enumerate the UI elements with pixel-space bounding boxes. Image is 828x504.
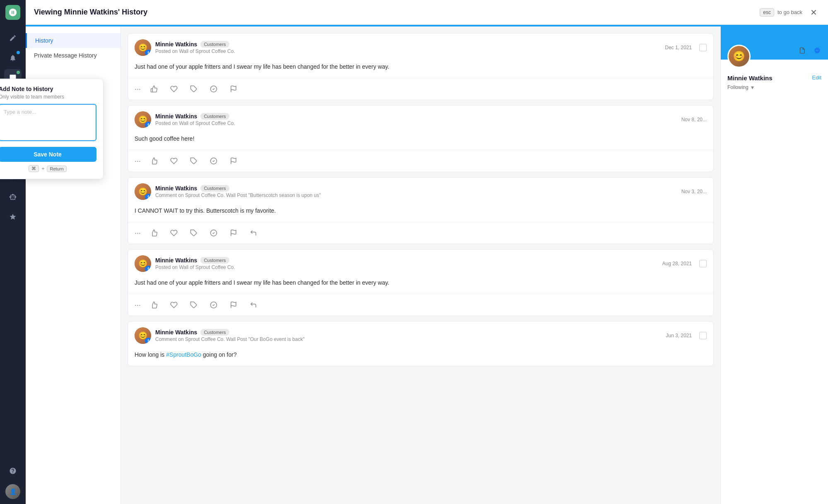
post-actions-1: ··· bbox=[128, 78, 713, 100]
action-like-1[interactable] bbox=[147, 82, 161, 96]
facebook-badge-2: f bbox=[145, 122, 151, 128]
post-card-4: 😊 f Minnie Watkins Customers Posted on W… bbox=[128, 249, 714, 316]
post-meta-2: Minnie Watkins Customers Posted on Wall … bbox=[155, 113, 677, 126]
post-author-5: Minnie Watkins bbox=[155, 329, 197, 336]
post-card-5: 😊 f Minnie Watkins Customers Comment on … bbox=[128, 321, 714, 366]
esc-hint: esc to go back bbox=[760, 8, 802, 17]
sidebar-nav: 👤 bbox=[0, 0, 26, 504]
action-flag-4[interactable] bbox=[227, 298, 240, 312]
post-body-5: How long is #SproutBoGo going on for? bbox=[128, 347, 713, 366]
nav-history[interactable]: History bbox=[26, 33, 120, 48]
rp-edit-button[interactable]: Edit bbox=[812, 74, 821, 81]
action-like-4[interactable] bbox=[147, 298, 161, 312]
post-date-3: Nov 3, 20... bbox=[681, 189, 707, 194]
close-button[interactable]: ✕ bbox=[807, 6, 820, 19]
nav-star[interactable] bbox=[4, 208, 22, 226]
action-flag-1[interactable] bbox=[227, 82, 240, 96]
action-flag-2[interactable] bbox=[227, 154, 240, 168]
post-avatar-3: 😊 f bbox=[135, 183, 151, 200]
top-bar: Viewing Minnie Watkins' History esc to g… bbox=[26, 0, 828, 25]
action-check-4[interactable] bbox=[207, 298, 220, 312]
post-checkbox-5[interactable] bbox=[699, 332, 707, 339]
post-meta-4: Minnie Watkins Customers Posted on Wall … bbox=[155, 257, 658, 270]
customers-badge-1: Customers bbox=[200, 41, 229, 48]
action-check-1[interactable] bbox=[207, 82, 220, 96]
post-avatar-5: 😊 f bbox=[135, 327, 151, 344]
post-sub-5: Comment on Sprout Coffee Co. Wall Post "… bbox=[155, 336, 662, 342]
action-reply-3[interactable] bbox=[247, 226, 260, 240]
right-panel: 😊 Minnie Watkins Edit Following bbox=[720, 26, 828, 504]
user-avatar[interactable]: 👤 bbox=[5, 484, 20, 499]
post-author-1: Minnie Watkins bbox=[155, 41, 197, 48]
action-heart-1[interactable] bbox=[167, 82, 181, 96]
action-like-3[interactable] bbox=[147, 226, 161, 240]
page-title: Viewing Minnie Watkins' History bbox=[34, 8, 760, 17]
post-date-1: Dec 1, 2021 bbox=[665, 45, 692, 50]
feed-area: 😊 f Minnie Watkins Customers Posted on W… bbox=[121, 26, 720, 504]
messages-badge bbox=[17, 71, 20, 74]
action-more-3[interactable]: ··· bbox=[135, 229, 141, 238]
action-tag-4[interactable] bbox=[187, 298, 200, 312]
action-heart-3[interactable] bbox=[167, 226, 181, 240]
facebook-badge-3: f bbox=[145, 194, 151, 200]
post-checkbox-1[interactable] bbox=[699, 44, 707, 51]
action-heart-4[interactable] bbox=[167, 298, 181, 312]
post-sub-3: Comment on Sprout Coffee Co. Wall Post "… bbox=[155, 192, 677, 198]
action-heart-2[interactable] bbox=[167, 154, 181, 168]
post-body-2: Such good coffee here! bbox=[128, 131, 713, 150]
rp-following-label: Following bbox=[727, 84, 749, 90]
nav-private-message-history[interactable]: Private Message History bbox=[26, 48, 120, 63]
right-panel-avatar: 😊 bbox=[727, 45, 751, 68]
post-card-2: 😊 f Minnie Watkins Customers Posted on W… bbox=[128, 105, 714, 172]
action-flag-3[interactable] bbox=[227, 226, 240, 240]
action-tag-3[interactable] bbox=[187, 226, 200, 240]
action-more-1[interactable]: ··· bbox=[135, 85, 141, 94]
action-tag-2[interactable] bbox=[187, 154, 200, 168]
action-like-2[interactable] bbox=[147, 154, 161, 168]
facebook-badge-5: f bbox=[145, 338, 151, 344]
action-reply-4[interactable] bbox=[247, 298, 260, 312]
post-actions-4: ··· bbox=[128, 294, 713, 316]
main-container: Viewing Minnie Watkins' History esc to g… bbox=[26, 0, 828, 504]
post-avatar-4: 😊 f bbox=[135, 255, 151, 272]
action-tag-1[interactable] bbox=[187, 82, 200, 96]
esc-key: esc bbox=[760, 8, 774, 17]
right-panel-icons bbox=[797, 45, 823, 56]
post-card-3: 😊 f Minnie Watkins Customers Comment on … bbox=[128, 177, 714, 244]
notification-badge bbox=[17, 51, 20, 54]
hashtag-sproutbogo[interactable]: #SproutBoGo bbox=[166, 351, 201, 358]
facebook-badge-4: f bbox=[145, 266, 151, 272]
post-author-2: Minnie Watkins bbox=[155, 113, 197, 120]
post-meta-5: Minnie Watkins Customers Comment on Spro… bbox=[155, 329, 662, 342]
post-body-3: I CANNOT WAIT to try this. Butterscotch … bbox=[128, 203, 713, 222]
post-sub-2: Posted on Wall of Sprout Coffee Co. bbox=[155, 120, 677, 126]
post-meta-1: Minnie Watkins Customers Posted on Wall … bbox=[155, 41, 661, 54]
action-more-4[interactable]: ··· bbox=[135, 301, 141, 310]
post-date-4: Aug 28, 2021 bbox=[662, 261, 692, 266]
nav-compose[interactable] bbox=[4, 29, 22, 47]
post-header-2: 😊 f Minnie Watkins Customers Posted on W… bbox=[128, 106, 713, 131]
post-date-2: Nov 8, 20... bbox=[681, 117, 707, 122]
post-sub-4: Posted on Wall of Sprout Coffee Co. bbox=[155, 264, 658, 270]
post-card-1: 😊 f Minnie Watkins Customers Posted on W… bbox=[128, 33, 714, 100]
customers-badge-5: Customers bbox=[200, 329, 229, 336]
nav-notifications[interactable] bbox=[4, 49, 22, 67]
rp-messenger-icon[interactable] bbox=[811, 45, 823, 56]
facebook-badge-1: f bbox=[145, 50, 151, 56]
nav-bot[interactable] bbox=[4, 188, 22, 206]
rp-name: Minnie Watkins bbox=[727, 74, 773, 82]
logo[interactable] bbox=[5, 5, 20, 20]
nav-help[interactable] bbox=[4, 462, 22, 480]
customers-badge-4: Customers bbox=[200, 257, 229, 264]
action-check-3[interactable] bbox=[207, 226, 220, 240]
avatar-face: 👤 bbox=[5, 484, 20, 499]
post-avatar-1: 😊 f bbox=[135, 39, 151, 56]
action-check-2[interactable] bbox=[207, 154, 220, 168]
post-body-1: Just had one of your apple fritters and … bbox=[128, 59, 713, 78]
post-meta-3: Minnie Watkins Customers Comment on Spro… bbox=[155, 185, 677, 198]
post-checkbox-4[interactable] bbox=[699, 260, 707, 267]
following-chevron[interactable]: ▾ bbox=[751, 84, 754, 91]
content-area: History Private Message History 😊 f bbox=[26, 26, 828, 504]
action-more-2[interactable]: ··· bbox=[135, 157, 141, 166]
rp-notes-icon[interactable] bbox=[797, 45, 808, 56]
